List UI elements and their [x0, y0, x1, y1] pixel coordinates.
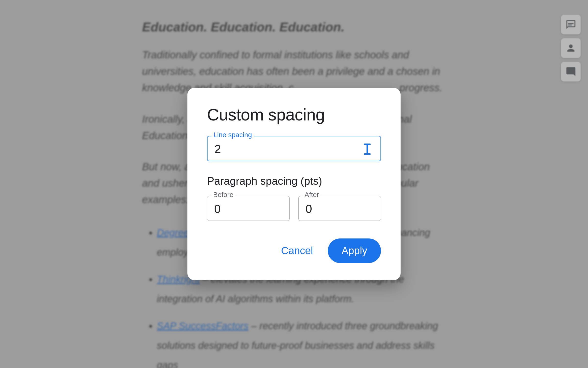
spacing-inputs-row: Before 0 After 0 — [207, 196, 381, 221]
line-spacing-input-row: 2 — [214, 142, 374, 156]
after-spacing-value: 0 — [306, 202, 312, 215]
before-spacing-label: Before — [211, 191, 235, 199]
custom-spacing-dialog: Custom spacing Line spacing 2 — [187, 88, 401, 280]
dialog-title: Custom spacing — [207, 105, 381, 124]
line-spacing-value: 2 — [214, 142, 221, 156]
svg-rect-4 — [364, 153, 371, 155]
line-spacing-field[interactable]: Line spacing 2 — [207, 136, 381, 161]
text-cursor-icon — [361, 143, 374, 156]
apply-button[interactable]: Apply — [328, 238, 381, 263]
before-spacing-value: 0 — [214, 202, 221, 215]
paragraph-spacing-title: Paragraph spacing (pts) — [207, 175, 381, 187]
cancel-button[interactable]: Cancel — [274, 240, 320, 262]
line-spacing-label: Line spacing — [211, 131, 254, 139]
after-spacing-label: After — [303, 191, 321, 199]
after-spacing-field[interactable]: After 0 — [298, 196, 381, 221]
dialog-overlay: Custom spacing Line spacing 2 — [0, 0, 588, 368]
dialog-buttons: Cancel Apply — [207, 238, 381, 263]
before-spacing-field[interactable]: Before 0 — [207, 196, 290, 221]
svg-rect-3 — [367, 145, 368, 154]
